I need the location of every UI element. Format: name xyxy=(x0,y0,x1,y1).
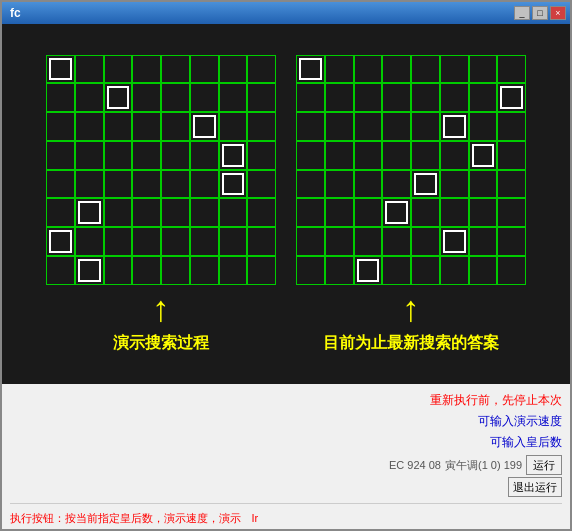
queen-marker xyxy=(78,259,101,282)
left-arrow-icon: ↑ xyxy=(152,291,170,327)
grid-cell xyxy=(190,227,219,256)
grid-cell xyxy=(75,141,104,170)
grid-cell xyxy=(75,55,104,84)
grid-cell xyxy=(469,55,498,84)
grid-cell xyxy=(46,256,75,285)
grid-cell xyxy=(325,256,354,285)
grid-cell xyxy=(296,141,325,170)
minimize-button[interactable]: _ xyxy=(514,6,530,20)
left-chess-grid xyxy=(46,55,276,285)
grid-cell xyxy=(382,256,411,285)
grid-cell xyxy=(411,198,440,227)
grid-cell xyxy=(161,141,190,170)
grid-cell xyxy=(354,83,383,112)
queen-marker xyxy=(78,201,101,224)
grid-cell xyxy=(440,170,469,199)
grid-cell xyxy=(325,227,354,256)
grid-cell xyxy=(247,112,276,141)
grid-cell xyxy=(190,55,219,84)
grid-cell xyxy=(46,141,75,170)
grid-cell xyxy=(382,227,411,256)
grid-cell xyxy=(497,256,526,285)
right-grid-label: 目前为止最新搜索的答案 xyxy=(323,333,499,354)
grid-cell xyxy=(411,112,440,141)
grid-cell xyxy=(104,55,133,84)
grid-cell xyxy=(296,227,325,256)
hint-queens: 可输入皇后数 xyxy=(490,435,562,449)
grid-cell xyxy=(46,112,75,141)
grid-cell xyxy=(382,141,411,170)
grid-cell xyxy=(411,83,440,112)
grid-cell xyxy=(469,227,498,256)
stop-button[interactable]: 退出运行 xyxy=(508,477,562,497)
grid-cell xyxy=(219,55,248,84)
status-label1: EC 924 08 xyxy=(389,459,441,471)
grid-cell xyxy=(132,170,161,199)
grid-cell xyxy=(497,170,526,199)
grid-cell xyxy=(469,83,498,112)
grid-cell xyxy=(469,112,498,141)
grid-cell xyxy=(247,256,276,285)
queen-marker xyxy=(443,115,466,138)
grid-cell xyxy=(325,198,354,227)
grid-cell xyxy=(382,112,411,141)
grid-cell xyxy=(247,170,276,199)
queen-marker xyxy=(222,144,245,167)
grid-cell xyxy=(46,170,75,199)
grid-cell xyxy=(296,256,325,285)
grid-cell xyxy=(296,170,325,199)
grid-cell xyxy=(247,83,276,112)
main-window: fc _ □ × ↑ 演示搜索过程 ↑ 目前为止最新搜索的答案 xyxy=(0,0,572,531)
grid-cell xyxy=(354,55,383,84)
hint-stop: 重新执行前，先停止本次 xyxy=(430,393,562,407)
right-chess-grid xyxy=(296,55,526,285)
grid-cell xyxy=(354,198,383,227)
grid-cell xyxy=(497,112,526,141)
grid-cell xyxy=(132,227,161,256)
grid-cell xyxy=(296,83,325,112)
grid-cell xyxy=(354,227,383,256)
maximize-button[interactable]: □ xyxy=(532,6,548,20)
grid-cell xyxy=(440,55,469,84)
grid-cell xyxy=(132,256,161,285)
go-label: Ir xyxy=(251,512,258,524)
grid-cell xyxy=(296,112,325,141)
grid-cell xyxy=(161,170,190,199)
grid-cell xyxy=(104,170,133,199)
grid-cell xyxy=(382,83,411,112)
grid-cell xyxy=(296,198,325,227)
grid-cell xyxy=(354,112,383,141)
grid-cell xyxy=(440,198,469,227)
right-arrow-icon: ↑ xyxy=(402,291,420,327)
grid-cell xyxy=(219,83,248,112)
grid-cell xyxy=(190,170,219,199)
window-title: fc xyxy=(6,6,21,20)
grid-cell xyxy=(219,227,248,256)
run-button[interactable]: 运行 xyxy=(526,455,562,475)
grid-cell xyxy=(75,170,104,199)
grid-cell xyxy=(46,198,75,227)
left-grid-section: ↑ 演示搜索过程 xyxy=(46,55,276,354)
grid-cell xyxy=(325,83,354,112)
queen-marker xyxy=(385,201,408,224)
grid-cell xyxy=(247,141,276,170)
window-controls: _ □ × xyxy=(514,6,566,20)
main-area: ↑ 演示搜索过程 ↑ 目前为止最新搜索的答案 xyxy=(2,24,570,384)
right-grid-section: ↑ 目前为止最新搜索的答案 xyxy=(296,55,526,354)
grid-cell xyxy=(75,227,104,256)
grid-cell xyxy=(440,256,469,285)
grid-cell xyxy=(440,141,469,170)
close-button[interactable]: × xyxy=(550,6,566,20)
grid-cell xyxy=(75,83,104,112)
grid-cell xyxy=(161,198,190,227)
grid-cell xyxy=(354,141,383,170)
grid-cell xyxy=(325,170,354,199)
grid-cell xyxy=(219,256,248,285)
grid-cell xyxy=(247,198,276,227)
grid-cell xyxy=(161,83,190,112)
grid-cell xyxy=(411,55,440,84)
grid-cell xyxy=(219,112,248,141)
status-label2: 寅午调(1 0) 199 xyxy=(445,458,522,473)
grid-cell xyxy=(190,198,219,227)
grid-cell xyxy=(132,141,161,170)
